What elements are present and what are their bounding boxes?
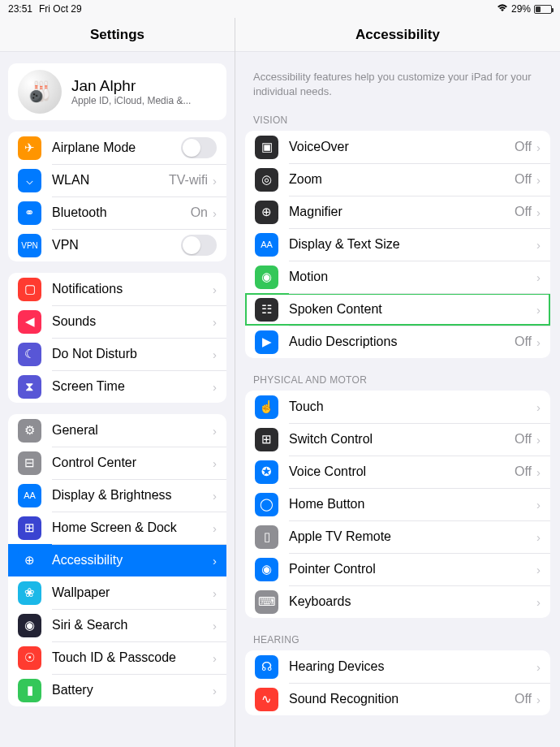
row-label: Home Screen & Dock [52,520,213,535]
battery-pct: 29% [511,3,531,15]
row-notifications[interactable]: ▢ Notifications › [8,273,226,305]
toggle[interactable] [181,235,217,256]
row-label: Accessibility [52,553,213,568]
row-wallpaper[interactable]: ❀ Wallpaper › [8,576,226,609]
row-icon: ∿ [255,688,278,711]
row-label: Audio Descriptions [289,335,515,349]
row-label: Siri & Search [52,618,213,633]
row-label: VoiceOver [289,140,515,154]
row-label: Display & Text Size [289,237,536,252]
row-display-brightness[interactable]: AA Display & Brightness › [8,479,226,512]
row-label: Airplane Mode [52,140,181,155]
row-pointer-control[interactable]: ◉ Pointer Control › [245,553,550,585]
chevron-right-icon: › [213,619,217,633]
chevron-right-icon: › [536,563,541,576]
chevron-right-icon: › [213,206,217,220]
row-label: Touch ID & Passcode [52,650,213,665]
row-keyboards[interactable]: ⌨ Keyboards › [245,585,550,618]
row-icon: ⊕ [18,549,41,572]
row-touch[interactable]: ☝ Touch › [245,391,550,423]
row-label: Sound Recognition [289,692,515,706]
row-label: Voice Control [289,464,515,479]
row-icon: ⊞ [255,428,278,451]
row-icon: ◀ [18,310,41,334]
row-spoken-content[interactable]: ☷ Spoken Content › [245,293,550,326]
row-do-not-disturb[interactable]: ☾ Do Not Disturb › [8,338,226,370]
chevron-right-icon: › [213,521,217,535]
avatar: 🎳 [18,70,62,114]
row-label: Display & Brightness [52,488,213,503]
row-sounds[interactable]: ◀ Sounds › [8,305,226,338]
row-icon: ◯ [255,493,278,516]
row-siri-search[interactable]: ◉ Siri & Search › [8,609,226,641]
chevron-right-icon: › [536,400,541,414]
row-icon: ❀ [18,581,41,605]
row-value: Off [515,432,532,447]
row-icon: ▶ [255,330,278,354]
row-value: Off [515,205,532,219]
chevron-right-icon: › [536,270,541,284]
row-sound-recognition[interactable]: ∿ Sound Recognition Off› [245,683,550,715]
row-icon: AA [255,233,278,257]
row-icon: ✈ [18,136,41,160]
row-switch-control[interactable]: ⊞ Switch Control Off› [245,423,550,456]
row-motion[interactable]: ◉ Motion › [245,261,550,293]
chevron-right-icon: › [213,283,217,296]
row-general[interactable]: ⚙ General › [8,414,226,447]
row-accessibility[interactable]: ⊕ Accessibility › [8,544,226,576]
row-label: Wallpaper [52,585,213,600]
chevron-right-icon: › [536,335,541,349]
row-touch-id-passcode[interactable]: ☉ Touch ID & Passcode › [8,641,226,674]
row-hearing-devices[interactable]: ☊ Hearing Devices › [245,650,550,683]
row-icon: ☉ [18,646,41,670]
chevron-right-icon: › [536,205,541,219]
status-time: 23:51 [8,3,32,15]
row-vpn[interactable]: VPN VPN [8,229,226,261]
detail-title: Accessibility [235,18,560,52]
sidebar-title: Settings [0,18,235,52]
wifi-icon [497,3,508,15]
profile-row[interactable]: 🎳 Jan Alphr Apple ID, iCloud, Media &... [8,63,226,120]
row-value: Off [515,140,532,154]
toggle[interactable] [181,137,217,158]
row-icon: ⚭ [18,201,41,225]
row-label: Do Not Disturb [52,347,213,361]
row-voice-control[interactable]: ✪ Voice Control Off› [245,456,550,488]
row-icon: ▯ [255,525,278,549]
row-icon: ▮ [18,679,41,702]
row-battery[interactable]: ▮ Battery › [8,674,226,706]
row-screen-time[interactable]: ⧗ Screen Time › [8,370,226,403]
row-label: Apple TV Remote [289,529,536,544]
chevron-right-icon: › [213,174,217,188]
status-bar: 23:51 Fri Oct 29 29% [0,0,560,18]
row-home-screen-dock[interactable]: ⊞ Home Screen & Dock › [8,512,226,544]
row-label: Touch [289,399,536,414]
row-display-text-size[interactable]: AA Display & Text Size › [245,228,550,261]
row-control-center[interactable]: ⊟ Control Center › [8,447,226,479]
chevron-right-icon: › [536,238,541,252]
row-bluetooth[interactable]: ⚭ Bluetooth On› [8,196,226,229]
row-label: Spoken Content [289,302,536,317]
row-label: Control Center [52,456,213,470]
row-label: Pointer Control [289,562,536,576]
row-icon: ⚙ [18,419,41,443]
row-label: Magnifier [289,205,515,219]
section-header-vision: Vision [253,114,542,126]
row-voiceover[interactable]: ▣ VoiceOver Off› [245,131,550,163]
profile-name: Jan Alphr [71,77,191,95]
row-audio-descriptions[interactable]: ▶ Audio Descriptions Off› [245,326,550,358]
row-airplane-mode[interactable]: ✈ Airplane Mode [8,132,226,164]
row-magnifier[interactable]: ⊕ Magnifier Off› [245,196,550,228]
chevron-right-icon: › [536,173,541,187]
chevron-right-icon: › [536,595,541,609]
chevron-right-icon: › [213,424,217,438]
row-icon: ▢ [18,278,41,301]
row-home-button[interactable]: ◯ Home Button › [245,488,550,520]
row-apple-tv-remote[interactable]: ▯ Apple TV Remote › [245,520,550,553]
row-label: General [52,423,213,438]
row-zoom[interactable]: ◎ Zoom Off› [245,163,550,196]
row-label: Motion [289,270,536,284]
row-wlan[interactable]: ⌵ WLAN TV-wifi› [8,164,226,196]
row-label: Keyboards [289,594,536,609]
row-icon: ⧗ [18,375,41,399]
